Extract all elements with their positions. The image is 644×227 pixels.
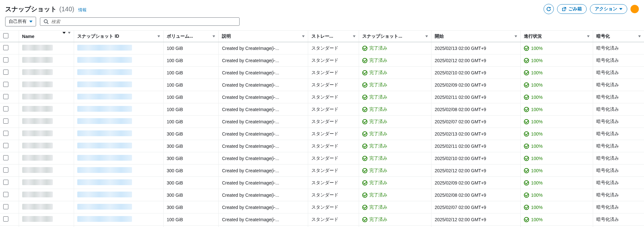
row-checkbox[interactable] — [3, 204, 8, 209]
row-checkbox[interactable] — [3, 167, 8, 173]
cell-checkbox[interactable] — [0, 91, 19, 103]
table-row[interactable]: 100 GiB Created by CreateImage(i-... スタン… — [0, 54, 644, 67]
actions-button[interactable]: アクション — [590, 4, 627, 14]
cell-checkbox[interactable] — [0, 128, 19, 140]
row-checkbox[interactable] — [3, 131, 8, 136]
row-checkbox[interactable] — [3, 106, 8, 111]
cell-checkbox[interactable] — [0, 177, 19, 189]
cell-checkbox[interactable] — [0, 189, 19, 201]
search-input[interactable] — [51, 19, 236, 24]
filter-caret-icon[interactable] — [638, 35, 641, 37]
row-checkbox[interactable] — [3, 180, 8, 185]
cell-encryption: 暗号化済み — [593, 67, 644, 79]
cell-encryption: 暗号化済み — [593, 103, 644, 116]
progress-text: 100% — [531, 168, 543, 173]
cell-checkbox[interactable] — [0, 226, 19, 227]
column-header-description[interactable]: 説明 — [219, 31, 308, 42]
column-header-name[interactable]: Name — [19, 31, 74, 42]
cell-checkbox[interactable] — [0, 79, 19, 91]
row-checkbox[interactable] — [3, 57, 8, 62]
column-header-select-all[interactable] — [0, 31, 19, 42]
filter-caret-icon[interactable] — [587, 35, 590, 37]
column-header-encryption[interactable]: 暗号化 — [593, 31, 644, 42]
table-row[interactable]: 100 GiB Created by CreateImage(i-... スタン… — [0, 91, 644, 103]
redacted-name — [22, 45, 53, 51]
status-text: 完了済み — [369, 217, 387, 222]
snapshots-table: Name スナップショット ID ボリューム... 説明 ストレー... スナッ… — [0, 30, 644, 227]
sort-caret-icon[interactable] — [62, 32, 66, 39]
select-all-checkbox[interactable] — [3, 33, 8, 38]
search-field[interactable] — [40, 17, 240, 26]
cell-snapshot-id — [74, 165, 163, 177]
cell-checkbox[interactable] — [0, 140, 19, 152]
table-row[interactable]: 300 GiB Created by CreateImage(i-... スタン… — [0, 140, 644, 152]
filter-caret-icon[interactable] — [353, 35, 355, 37]
row-checkbox[interactable] — [3, 70, 8, 75]
check-circle-icon — [524, 70, 529, 75]
table-row[interactable]: 300 GiB Created by CreateImage(i-... スタン… — [0, 201, 644, 213]
cell-checkbox[interactable] — [0, 201, 19, 213]
filter-row: 自己所有 — [0, 17, 644, 30]
cell-checkbox[interactable] — [0, 103, 19, 116]
external-link-icon — [562, 7, 566, 11]
progress-text: 100% — [531, 95, 543, 100]
cell-snapshot-id — [74, 177, 163, 189]
row-checkbox[interactable] — [3, 94, 8, 99]
trash-button-label: ごみ箱 — [568, 6, 582, 12]
owner-filter-select[interactable]: 自己所有 — [5, 17, 36, 26]
table-row[interactable]: 300 GiB Created by CreateImage(i-... スタン… — [0, 165, 644, 177]
column-header-start[interactable]: 開始 — [431, 31, 520, 42]
column-header-storage[interactable]: ストレー... — [308, 31, 359, 42]
check-circle-icon — [362, 95, 367, 100]
progress-text: 100% — [531, 70, 543, 75]
table-row[interactable]: 100 GiB Created by CreateImage(i-... スタン… — [0, 103, 644, 116]
row-checkbox[interactable] — [3, 192, 8, 197]
filter-caret-icon[interactable] — [157, 35, 160, 37]
filter-caret-icon[interactable] — [302, 35, 305, 37]
table-row[interactable]: 300 GiB Created by CreateImage(i-... スタン… — [0, 189, 644, 201]
table-row[interactable]: 300 GiB Created by CreateImage(i-... スタン… — [0, 177, 644, 189]
cell-checkbox[interactable] — [0, 42, 19, 54]
cell-volume: 100 GiB — [163, 116, 219, 128]
row-checkbox[interactable] — [3, 82, 8, 87]
cell-start: 2025/02/09 02:00 GMT+9 — [431, 79, 520, 91]
cell-checkbox[interactable] — [0, 67, 19, 79]
table-row[interactable]: 100 GiB Created by CreateImage(i-... スタン… — [0, 67, 644, 79]
cell-checkbox[interactable] — [0, 116, 19, 128]
column-header-progress[interactable]: 進行状況 — [521, 31, 593, 42]
check-circle-icon — [362, 144, 367, 149]
cell-progress: 100% — [521, 103, 593, 116]
filter-caret-icon[interactable] — [213, 35, 215, 37]
cell-start: 2025/02/08 02:00 GMT+9 — [431, 103, 520, 116]
info-link[interactable]: 情報 — [78, 7, 87, 13]
refresh-button[interactable] — [544, 4, 554, 14]
table-row[interactable]: 100 GiB Created by CreateImage(i-... スタン… — [0, 79, 644, 91]
row-checkbox[interactable] — [3, 216, 8, 222]
cell-checkbox[interactable] — [0, 152, 19, 165]
table-row[interactable]: 100 GiB Created by CreateImage(i-... スタン… — [0, 213, 644, 226]
cell-status: 完了済み — [359, 165, 431, 177]
table-row[interactable]: 100 GiB Created by CreateImage(i-... スタン… — [0, 226, 644, 227]
cell-progress: 100% — [521, 165, 593, 177]
table-row[interactable]: 100 GiB Created by CreateImage(i-... スタン… — [0, 42, 644, 54]
filter-caret-icon[interactable] — [425, 35, 428, 37]
row-checkbox[interactable] — [3, 143, 8, 148]
progress-text: 100% — [531, 205, 543, 210]
filter-caret-icon[interactable] — [68, 32, 71, 39]
cell-description: Created by CreateImage(i-... — [219, 165, 308, 177]
cell-checkbox[interactable] — [0, 213, 19, 226]
table-row[interactable]: 300 GiB Created by CreateImage(i-... スタン… — [0, 152, 644, 165]
trash-button[interactable]: ごみ箱 — [557, 4, 587, 14]
table-row[interactable]: 100 GiB Created by CreateImage(i-... スタン… — [0, 116, 644, 128]
column-header-volume[interactable]: ボリューム... — [163, 31, 219, 42]
row-checkbox[interactable] — [3, 118, 8, 124]
cell-checkbox[interactable] — [0, 165, 19, 177]
cell-checkbox[interactable] — [0, 54, 19, 67]
column-header-status[interactable]: スナップショット... — [359, 31, 431, 42]
avatar[interactable] — [630, 5, 639, 13]
row-checkbox[interactable] — [3, 45, 8, 50]
filter-caret-icon[interactable] — [515, 35, 517, 37]
column-header-snapshot-id[interactable]: スナップショット ID — [74, 31, 163, 42]
row-checkbox[interactable] — [3, 155, 8, 160]
table-row[interactable]: 300 GiB Created by CreateImage(i-... スタン… — [0, 128, 644, 140]
